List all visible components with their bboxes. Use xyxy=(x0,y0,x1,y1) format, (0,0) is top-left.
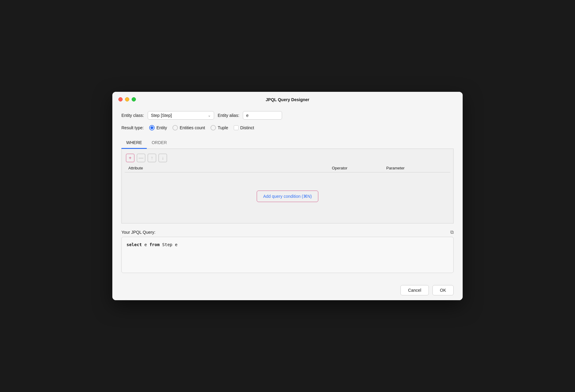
entity-class-value: Step [Step] xyxy=(151,113,172,118)
entity-alias-input[interactable] xyxy=(243,111,282,120)
maximize-button[interactable] xyxy=(132,97,136,101)
entity-radio-label: Entity xyxy=(156,125,167,130)
result-type-tuple-option[interactable]: Tuple xyxy=(210,125,228,130)
attribute-column-header: Attribute xyxy=(128,166,332,170)
entity-class-row: Entity class: Step [Step] ⌄ Entity alias… xyxy=(121,111,454,120)
dialog-title: JPQL Query Designer xyxy=(266,97,309,102)
query-display: select e from Step e xyxy=(121,237,454,273)
tabs: WHERE ORDER xyxy=(121,137,454,149)
query-section: Your JPQL Query: ⧉ select e from Step e xyxy=(121,230,454,273)
tab-where[interactable]: WHERE xyxy=(121,137,147,149)
cancel-button[interactable]: Cancel xyxy=(400,285,429,295)
query-body: e xyxy=(144,242,149,247)
result-type-row: Result type: Entity Entities count Tuple… xyxy=(121,125,454,130)
chevron-down-icon: ⌄ xyxy=(208,113,211,117)
query-entity: Step e xyxy=(162,242,178,247)
tab-order[interactable]: ORDER xyxy=(147,137,172,149)
distinct-option[interactable]: Distinct xyxy=(234,125,254,130)
conditions-table-header: Attribute Operator Parameter xyxy=(125,164,450,172)
result-type-entities-count-option[interactable]: Entities count xyxy=(172,125,205,130)
result-type-label: Result type: xyxy=(121,125,144,130)
tab-where-content: + — ↑ ↓ Attribute Operator Pa xyxy=(121,149,454,223)
result-type-entity-option[interactable]: Entity xyxy=(149,125,167,130)
traffic-lights xyxy=(118,97,136,101)
condition-toolbar: + — ↑ ↓ xyxy=(125,152,450,164)
title-bar: JPQL Query Designer xyxy=(112,92,463,106)
distinct-label: Distinct xyxy=(240,125,254,130)
entity-radio[interactable] xyxy=(149,125,155,130)
add-condition-toolbar-button[interactable]: + xyxy=(126,154,134,162)
entities-count-radio-label: Entities count xyxy=(180,125,205,130)
from-keyword: from xyxy=(149,242,160,247)
select-keyword: select xyxy=(127,242,142,247)
entities-count-radio[interactable] xyxy=(172,125,178,130)
entity-class-label: Entity class: xyxy=(121,113,144,118)
entity-alias-label: Entity alias: xyxy=(218,113,239,118)
ok-button[interactable]: OK xyxy=(432,285,454,295)
dialog-footer: Cancel OK xyxy=(112,280,463,300)
move-down-button[interactable]: ↓ xyxy=(159,154,167,162)
dialog-body: Entity class: Step [Step] ⌄ Entity alias… xyxy=(112,106,463,280)
entity-class-select[interactable]: Step [Step] ⌄ xyxy=(148,111,214,120)
move-up-button[interactable]: ↑ xyxy=(148,154,156,162)
tuple-radio-label: Tuple xyxy=(218,125,228,130)
remove-condition-button[interactable]: — xyxy=(137,154,145,162)
tabs-container: WHERE ORDER + — ↑ xyxy=(121,137,454,223)
distinct-checkbox[interactable] xyxy=(234,125,239,130)
minimize-button[interactable] xyxy=(125,97,129,101)
jpql-query-designer-dialog: JPQL Query Designer Entity class: Step [… xyxy=(112,92,463,300)
tuple-radio[interactable] xyxy=(210,125,216,130)
add-condition-button[interactable]: Add query condition (⌘N) xyxy=(257,191,318,202)
empty-conditions-area: Add query condition (⌘N) xyxy=(125,172,450,220)
copy-icon[interactable]: ⧉ xyxy=(450,230,454,235)
query-label-text: Your JPQL Query: xyxy=(121,230,156,235)
parameter-column-header: Parameter xyxy=(386,166,447,170)
query-label-row: Your JPQL Query: ⧉ xyxy=(121,230,454,235)
close-button[interactable] xyxy=(118,97,123,101)
operator-column-header: Operator xyxy=(332,166,386,170)
